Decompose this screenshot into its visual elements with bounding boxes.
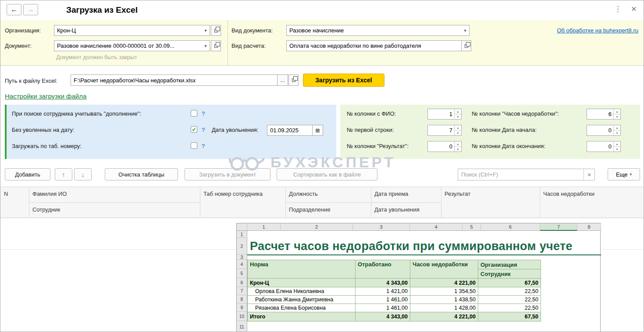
help-dismissed-link[interactable]: ? [202, 127, 205, 133]
excel-header-norm: Норма [248, 260, 356, 279]
dateend-column-spinner[interactable]: 0 ▲▼ [587, 141, 621, 152]
grid-header-divider [29, 202, 200, 203]
help-addition-link[interactable]: ? [202, 110, 205, 117]
open-icon [214, 44, 218, 48]
spinner-value[interactable]: 0 [587, 125, 613, 135]
load-settings-section-link[interactable]: Настройки загрузки файла [5, 92, 86, 100]
spin-down-icon[interactable]: ▼ [614, 114, 620, 119]
help-tabnumber-link[interactable]: ? [202, 143, 205, 149]
chevron-down-icon[interactable]: ▾ [202, 41, 210, 51]
search-box: × [458, 169, 595, 180]
back-button[interactable]: ← [7, 4, 21, 15]
column-header-surname[interactable]: Фамилия ИО [32, 191, 67, 197]
hours-column-label: № колонки "Часов недоработки": [472, 110, 559, 117]
file-open-button[interactable] [288, 74, 299, 86]
spin-up-icon[interactable]: ▲ [614, 125, 620, 131]
load-from-excel-button[interactable]: Загрузить из Excel [303, 74, 384, 87]
spin-down-icon[interactable]: ▼ [455, 131, 461, 135]
document-value: Разовое начисление 0000-000001 от 30.09.… [54, 42, 202, 49]
file-path-input[interactable] [71, 74, 278, 86]
doctype-label: Вид документа: [231, 27, 273, 34]
doctype-combobox[interactable]: Разовое начисление ▾ [286, 25, 470, 36]
spin-down-icon[interactable]: ▼ [614, 147, 620, 152]
move-down-button[interactable]: ↓ [74, 168, 92, 180]
app-window: ← → Загрузка из Excel ⋮ × Организация: К… [0, 0, 644, 332]
excel-header-hours: Часов недоработки [410, 260, 478, 279]
calctype-field[interactable]: Оплата часов недоработки по вине работод… [286, 40, 462, 51]
column-header-n[interactable]: N [4, 191, 8, 197]
about-processing-link[interactable]: Об обработке на buhexpert8.ru [557, 27, 638, 34]
dismissal-date-input[interactable] [267, 125, 313, 136]
spin-down-icon[interactable]: ▼ [614, 131, 620, 135]
option-dismissed-label: Без уволенных на дату: [12, 127, 75, 133]
column-header-hire-date[interactable]: Дата приема [374, 191, 408, 197]
option-addition-label: При поиске сотрудника учитывать "дополне… [12, 110, 141, 117]
excel-cell-hours: 22,50 [478, 296, 541, 304]
first-row-spinner[interactable]: 7 ▲▼ [427, 125, 462, 136]
load-to-document-button[interactable]: Загрузить в документ [185, 168, 270, 180]
arrow-up-icon: ↑ [62, 171, 65, 178]
excel-cell-name: Работкина Жанна Дмитриевна [248, 296, 356, 304]
spin-down-icon[interactable]: ▼ [455, 114, 461, 119]
datestart-column-spinner[interactable]: 0 ▲▼ [587, 125, 621, 136]
column-header-hours[interactable]: Часов недоработки [543, 191, 594, 197]
clear-search-icon[interactable]: × [584, 169, 594, 180]
spin-up-icon[interactable]: ▲ [455, 141, 461, 147]
excel-header-org: Организация [478, 260, 541, 269]
column-header-employee[interactable]: Сотрудник [32, 206, 60, 213]
add-button[interactable]: Добавить [5, 168, 50, 180]
document-combobox[interactable]: Разовое начисление 0000-000001 от 30.09.… [54, 40, 210, 51]
more-button[interactable]: Еще ▾ [608, 168, 640, 180]
column-header-tab-number[interactable]: Таб номер сотрудника [203, 191, 263, 197]
close-icon[interactable]: × [631, 4, 637, 13]
column-header-position[interactable]: Должность [289, 191, 318, 197]
calendar-icon[interactable]: ▦ [313, 125, 323, 136]
spin-up-icon[interactable]: ▲ [455, 125, 461, 131]
clear-table-button[interactable]: Очистка таблицы [105, 168, 178, 180]
forward-button[interactable]: → [23, 4, 38, 15]
document-open-button[interactable] [211, 40, 221, 51]
column-header-result[interactable]: Результат [445, 191, 470, 197]
chevron-down-icon[interactable]: ▾ [461, 25, 469, 35]
excel-cell-hours: 67,50 [478, 279, 541, 287]
form-divider [228, 20, 228, 66]
excel-column-header: 5 [463, 223, 481, 231]
document-hint: Документ должен быть закрыт [56, 54, 137, 60]
fio-column-spinner[interactable]: 1 ▲▼ [427, 109, 462, 120]
sort-as-file-button[interactable]: Сортировать как в файле [277, 168, 377, 180]
spinner-value[interactable]: 0 [428, 141, 454, 152]
result-column-spinner[interactable]: 0 ▲▼ [427, 141, 462, 152]
chevron-down-icon[interactable]: ▾ [202, 25, 210, 35]
browse-button[interactable]: ... [277, 74, 288, 86]
option-tabnumber-label: Загружать по таб. номеру: [12, 143, 82, 149]
excel-cell-norm: 1 421,00 [356, 287, 410, 296]
more-menu-icon[interactable]: ⋮ [614, 5, 622, 13]
excel-title-underline [247, 254, 601, 255]
fio-column-label: № колонки с ФИО: [347, 110, 396, 117]
hours-column-spinner[interactable]: 6 ▲▼ [587, 109, 621, 120]
excel-column-header: 1 [247, 223, 281, 231]
option-tabnumber-checkbox[interactable] [191, 142, 197, 149]
excel-corner-cell [237, 223, 247, 231]
organization-open-button[interactable] [211, 25, 221, 36]
spinner-value[interactable]: 0 [587, 141, 613, 152]
spin-down-icon[interactable]: ▼ [455, 147, 461, 152]
column-header-fire-date[interactable]: Дата увольнения [374, 206, 420, 213]
spin-up-icon[interactable]: ▲ [614, 141, 620, 147]
grid-header-divider [200, 187, 200, 218]
spinner-value[interactable]: 1 [428, 109, 454, 119]
spinner-value[interactable]: 7 [428, 125, 454, 135]
organization-combobox[interactable]: Крон-Ц ▾ [54, 25, 210, 36]
spin-up-icon[interactable]: ▲ [455, 109, 461, 114]
excel-cell-worked: 1 428,00 [410, 304, 478, 312]
option-dismissed-checkbox[interactable]: ✔ [191, 126, 197, 133]
option-addition-checkbox[interactable] [191, 110, 197, 117]
move-up-button[interactable]: ↑ [55, 168, 72, 180]
excel-column-header-selected: 7 [540, 223, 577, 231]
spin-up-icon[interactable]: ▲ [614, 109, 620, 114]
column-header-department[interactable]: Подразделение [289, 206, 331, 213]
search-input[interactable] [458, 169, 584, 180]
spinner-value[interactable]: 6 [587, 109, 613, 119]
calctype-open-button[interactable] [461, 40, 471, 51]
excel-cell-norm: 1 461,00 [356, 296, 410, 304]
